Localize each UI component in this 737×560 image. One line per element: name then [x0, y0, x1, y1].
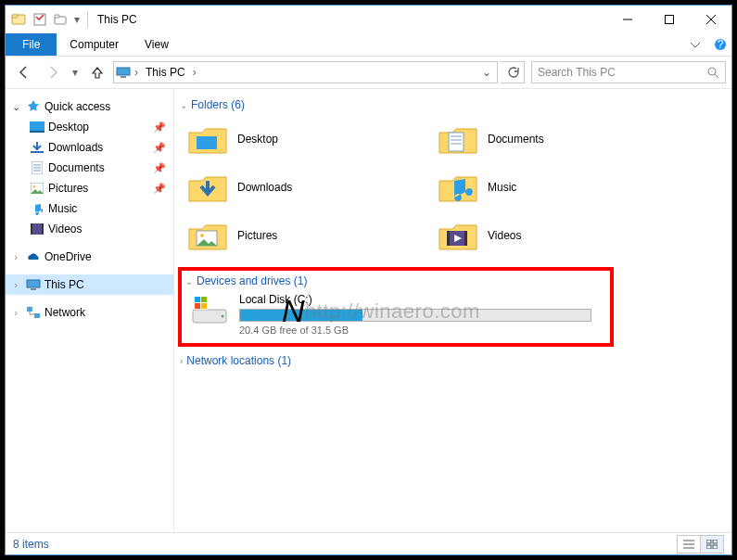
ribbon: File Computer View ?	[6, 33, 731, 57]
chevron-right-icon: ›	[180, 356, 183, 366]
svg-rect-44	[201, 297, 207, 302]
tree-node-downloads[interactable]: Downloads📌	[6, 137, 173, 158]
section-network-header[interactable]: › Network locations (1)	[180, 354, 728, 367]
star-icon	[26, 99, 41, 114]
window-title: This PC	[97, 13, 137, 26]
tree-node-onedrive[interactable]: › OneDrive	[6, 247, 173, 267]
up-button[interactable]	[84, 60, 110, 84]
folder-videos[interactable]: Videos	[434, 213, 666, 258]
back-button[interactable]	[11, 60, 37, 84]
chevron-down-icon: ⌄	[185, 276, 193, 286]
svg-point-23	[33, 185, 36, 188]
navigation-pane: ⌄ Quick access Desktop📌 Downloads📌 Docum…	[6, 89, 174, 532]
downloads-icon	[30, 140, 44, 155]
close-button[interactable]	[690, 6, 731, 33]
search-input[interactable]	[538, 66, 706, 79]
content-pane: ⌄ Folders (6) Desktop Documents Download…	[174, 89, 731, 532]
section-folders-header[interactable]: ⌄ Folders (6)	[180, 98, 728, 111]
chevron-right-icon[interactable]: ›	[9, 307, 22, 318]
search-icon	[706, 66, 719, 79]
documents-icon	[30, 160, 44, 175]
svg-rect-28	[31, 288, 36, 290]
svg-line-14	[715, 74, 718, 78]
svg-rect-25	[31, 223, 32, 235]
drive-local-c[interactable]: Local Disk (C:) 20.4 GB free of 31.5 GB	[189, 293, 604, 336]
address-bar[interactable]: › This PC › ⌄	[113, 61, 498, 83]
qat-properties-button[interactable]	[30, 9, 50, 30]
separator	[87, 11, 88, 28]
ribbon-tab-view[interactable]: View	[132, 33, 182, 56]
svg-point-37	[200, 234, 204, 237]
svg-rect-4	[55, 15, 59, 18]
chevron-down-icon[interactable]: ⌄	[9, 101, 22, 113]
svg-point-47	[222, 315, 224, 318]
tree-quick-access: ⌄ Quick access Desktop📌 Downloads📌 Docum…	[6, 96, 173, 239]
svg-rect-11	[117, 68, 130, 75]
svg-rect-39	[447, 231, 450, 246]
address-dropdown-icon[interactable]: ›	[193, 66, 197, 79]
svg-rect-31	[197, 136, 217, 149]
videos-icon	[30, 222, 44, 236]
svg-rect-1	[12, 15, 18, 18]
minimize-button[interactable]	[606, 6, 648, 33]
svg-text:?: ?	[718, 38, 724, 51]
view-details-button[interactable]	[677, 535, 701, 554]
file-tab[interactable]: File	[6, 33, 57, 56]
tree-node-desktop[interactable]: Desktop📌	[6, 117, 173, 137]
svg-rect-54	[713, 545, 718, 549]
chevron-down-icon: ⌄	[180, 100, 187, 110]
maximize-button[interactable]	[648, 6, 690, 33]
search-box[interactable]	[531, 61, 726, 83]
highlight-box: ⌄ Devices and drives (1) Local Disk (C:)…	[178, 267, 614, 347]
folder-desktop[interactable]: Desktop	[184, 117, 415, 161]
svg-rect-15	[30, 121, 44, 131]
pictures-folder-icon	[187, 217, 228, 254]
svg-rect-46	[201, 303, 207, 309]
svg-rect-26	[42, 223, 44, 235]
address-dropdown-icon[interactable]: ›	[134, 66, 138, 79]
tree-node-this-pc[interactable]: › This PC	[6, 274, 173, 295]
explorer-window: ▾ This PC File Computer View ? ▾ › This …	[5, 5, 732, 555]
folder-music[interactable]: Music	[434, 165, 666, 210]
tree-node-videos[interactable]: Videos	[6, 219, 173, 239]
recent-locations-button[interactable]: ▾	[69, 60, 82, 84]
tree-node-documents[interactable]: Documents📌	[6, 158, 173, 178]
address-history-button[interactable]: ⌄	[478, 66, 495, 79]
breadcrumb-this-pc[interactable]: This PC	[142, 66, 189, 79]
folder-documents[interactable]: Documents	[434, 117, 666, 161]
qat-new-folder-button[interactable]	[50, 9, 70, 30]
refresh-button[interactable]	[501, 61, 525, 83]
folder-pictures[interactable]: Pictures	[184, 213, 415, 258]
svg-rect-12	[121, 76, 126, 78]
tree-node-quick-access[interactable]: ⌄ Quick access	[6, 96, 173, 117]
view-large-icons-button[interactable]	[700, 535, 724, 554]
ribbon-tab-computer[interactable]: Computer	[57, 33, 132, 56]
section-drives-header[interactable]: ⌄ Devices and drives (1)	[185, 274, 604, 287]
qat-customize-button[interactable]: ▾	[70, 9, 83, 30]
tree-node-network[interactable]: › Network	[6, 302, 173, 323]
nav-row: ▾ › This PC › ⌄	[6, 57, 731, 88]
chevron-right-icon[interactable]: ›	[9, 279, 22, 290]
body: ⌄ Quick access Desktop📌 Downloads📌 Docum…	[6, 88, 731, 532]
status-item-count: 8 items	[13, 538, 49, 551]
downloads-folder-icon	[187, 169, 228, 206]
tree-node-music[interactable]: Music	[6, 198, 173, 219]
svg-rect-53	[706, 545, 711, 549]
svg-point-13	[708, 68, 716, 75]
title-bar: ▾ This PC	[6, 6, 731, 33]
ribbon-expand-button[interactable]	[681, 33, 709, 56]
status-bar: 8 items	[6, 532, 731, 554]
drive-info: Local Disk (C:) 20.4 GB free of 31.5 GB	[239, 293, 604, 336]
svg-rect-29	[27, 307, 32, 312]
folder-downloads[interactable]: Downloads	[184, 165, 415, 210]
tree-node-pictures[interactable]: Pictures📌	[6, 178, 173, 198]
help-button[interactable]: ?	[709, 33, 731, 56]
svg-rect-27	[27, 280, 40, 287]
svg-rect-17	[31, 151, 44, 153]
svg-rect-52	[713, 540, 718, 543]
forward-button[interactable]	[40, 60, 66, 84]
videos-folder-icon	[438, 217, 478, 254]
chevron-right-icon[interactable]: ›	[9, 251, 22, 262]
music-icon	[30, 201, 44, 216]
pictures-icon	[30, 181, 44, 196]
